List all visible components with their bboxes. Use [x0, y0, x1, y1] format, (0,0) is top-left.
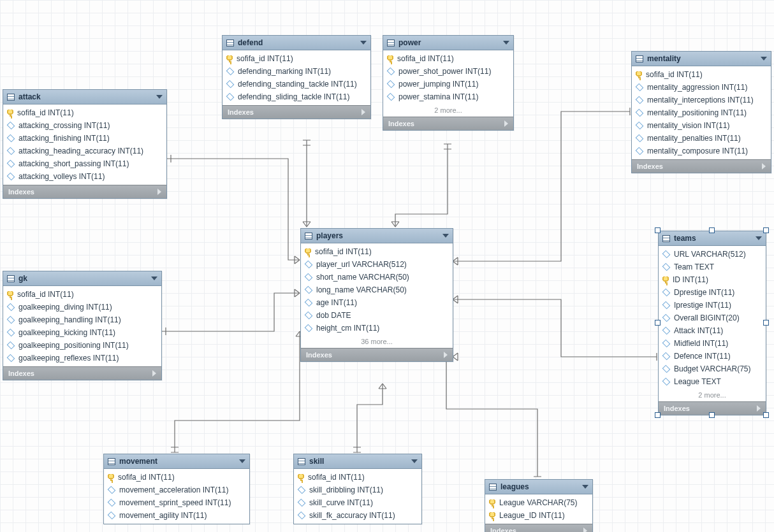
selection-handle[interactable] — [709, 412, 715, 418]
column-row[interactable]: sofifa_id INT(11) — [294, 471, 421, 484]
column-row[interactable]: mentality_vision INT(11) — [632, 119, 771, 132]
column-row[interactable]: mentality_aggression INT(11) — [632, 81, 771, 94]
entity-header[interactable]: leagues — [485, 480, 592, 494]
column-row[interactable]: defending_standing_tackle INT(11) — [223, 78, 370, 90]
column-row[interactable]: sofifa_id INT(11) — [3, 288, 161, 301]
column-row[interactable]: attacking_short_passing INT(11) — [3, 157, 166, 170]
entity-header[interactable]: teams — [659, 231, 766, 246]
er-diagram-canvas[interactable]: { "labels": { "indexes": "Indexes" }, "e… — [0, 0, 774, 532]
column-row[interactable]: skill_dribbling INT(11) — [294, 484, 421, 496]
column-row[interactable]: sofifa_id INT(11) — [104, 471, 249, 484]
collapse-caret-icon[interactable] — [442, 234, 449, 238]
expand-triangle-icon[interactable] — [757, 405, 761, 412]
selection-handle[interactable] — [763, 320, 769, 326]
column-row[interactable]: sofifa_id INT(11) — [632, 68, 771, 81]
entity-skill[interactable]: skillsofifa_id INT(11)skill_dribbling IN… — [293, 454, 422, 524]
entity-header[interactable]: mentality — [632, 52, 771, 66]
column-row[interactable]: sofifa_id INT(11) — [223, 52, 370, 65]
selection-handle[interactable] — [655, 227, 661, 233]
selection-handle[interactable] — [655, 412, 661, 418]
entity-header[interactable]: players — [301, 229, 453, 243]
entity-header[interactable]: gk — [3, 271, 161, 286]
indexes-bar[interactable]: Indexes — [223, 105, 370, 119]
expand-triangle-icon[interactable] — [157, 189, 161, 195]
collapse-caret-icon[interactable] — [582, 485, 588, 489]
column-row[interactable]: sofifa_id INT(11) — [3, 106, 166, 119]
column-row[interactable]: Dprestige INT(11) — [659, 286, 766, 299]
collapse-caret-icon[interactable] — [503, 41, 509, 45]
indexes-bar[interactable]: Indexes — [485, 524, 592, 532]
indexes-bar[interactable]: Indexes — [3, 185, 166, 198]
more-columns-label[interactable]: 36 more... — [301, 336, 453, 348]
column-row[interactable]: goalkeeping_handling INT(11) — [3, 313, 161, 326]
expand-triangle-icon[interactable] — [583, 528, 587, 532]
column-row[interactable]: sofifa_id INT(11) — [383, 52, 513, 65]
column-row[interactable]: goalkeeping_diving INT(11) — [3, 301, 161, 313]
collapse-caret-icon[interactable] — [239, 459, 245, 463]
column-row[interactable]: mentality_composure INT(11) — [632, 145, 771, 157]
column-row[interactable]: Iprestige INT(11) — [659, 299, 766, 312]
entity-gk[interactable]: gksofifa_id INT(11)goalkeeping_diving IN… — [3, 271, 162, 380]
column-row[interactable]: Defence INT(11) — [659, 350, 766, 363]
column-row[interactable]: mentality_interceptions INT(11) — [632, 94, 771, 106]
collapse-caret-icon[interactable] — [151, 277, 157, 280]
column-row[interactable]: League VARCHAR(75) — [485, 496, 592, 509]
column-row[interactable]: dob DATE — [301, 309, 453, 322]
column-row[interactable]: skill_curve INT(11) — [294, 496, 421, 509]
column-row[interactable]: URL VARCHAR(512) — [659, 248, 766, 261]
column-row[interactable]: defending_marking INT(11) — [223, 65, 370, 78]
selection-handle[interactable] — [655, 320, 661, 326]
more-columns-label[interactable]: 2 more... — [383, 105, 513, 117]
entity-header[interactable]: movement — [104, 454, 249, 469]
column-row[interactable]: short_name VARCHAR(50) — [301, 271, 453, 284]
selection-handle[interactable] — [763, 412, 769, 418]
entity-defend[interactable]: defendsofifa_id INT(11)defending_marking… — [222, 35, 371, 119]
column-row[interactable]: goalkeeping_kicking INT(11) — [3, 326, 161, 339]
column-row[interactable]: League TEXT — [659, 375, 766, 388]
column-row[interactable]: height_cm INT(11) — [301, 322, 453, 334]
collapse-caret-icon[interactable] — [761, 57, 767, 61]
column-row[interactable]: power_shot_power INT(11) — [383, 65, 513, 78]
indexes-bar[interactable]: Indexes — [3, 366, 161, 380]
collapse-caret-icon[interactable] — [756, 236, 762, 240]
column-row[interactable]: Midfield INT(11) — [659, 337, 766, 350]
column-row[interactable]: Budget VARCHAR(75) — [659, 363, 766, 375]
column-row[interactable]: Team TEXT — [659, 261, 766, 273]
column-row[interactable]: goalkeeping_reflexes INT(11) — [3, 352, 161, 364]
expand-triangle-icon[interactable] — [152, 370, 156, 377]
entity-header[interactable]: attack — [3, 90, 166, 104]
expand-triangle-icon[interactable] — [504, 120, 508, 127]
column-row[interactable]: attacking_crossing INT(11) — [3, 119, 166, 132]
column-row[interactable]: movement_sprint_speed INT(11) — [104, 496, 249, 509]
column-row[interactable]: age INT(11) — [301, 296, 453, 309]
more-columns-label[interactable]: 2 more... — [659, 390, 766, 401]
expand-triangle-icon[interactable] — [762, 163, 766, 169]
indexes-bar[interactable]: Indexes — [383, 117, 513, 130]
column-row[interactable]: player_url VARCHAR(512) — [301, 258, 453, 271]
column-row[interactable]: movement_acceleration INT(11) — [104, 484, 249, 496]
column-row[interactable]: League_ID INT(11) — [485, 509, 592, 522]
entity-leagues[interactable]: leaguesLeague VARCHAR(75)League_ID INT(1… — [485, 479, 593, 532]
expand-triangle-icon[interactable] — [361, 109, 365, 115]
entity-header[interactable]: power — [383, 36, 513, 50]
column-row[interactable]: power_jumping INT(11) — [383, 78, 513, 90]
column-row[interactable]: power_stamina INT(11) — [383, 90, 513, 103]
column-row[interactable]: mentality_positioning INT(11) — [632, 106, 771, 119]
column-row[interactable]: defending_sliding_tackle INT(11) — [223, 90, 370, 103]
column-row[interactable]: Overall BIGINT(20) — [659, 312, 766, 324]
column-row[interactable]: attacking_heading_accuracy INT(11) — [3, 145, 166, 157]
column-row[interactable]: movement_agility INT(11) — [104, 509, 249, 522]
entity-players[interactable]: playerssofifa_id INT(11)player_url VARCH… — [300, 228, 453, 362]
selection-handle[interactable] — [763, 227, 769, 233]
collapse-caret-icon[interactable] — [360, 41, 367, 45]
selection-handle[interactable] — [709, 227, 715, 233]
column-row[interactable]: ID INT(11) — [659, 273, 766, 286]
entity-attack[interactable]: attacksofifa_id INT(11)attacking_crossin… — [3, 89, 167, 199]
entity-header[interactable]: defend — [223, 36, 370, 50]
entity-movement[interactable]: movementsofifa_id INT(11)movement_accele… — [103, 454, 250, 524]
collapse-caret-icon[interactable] — [156, 95, 163, 99]
entity-power[interactable]: powersofifa_id INT(11)power_shot_power I… — [383, 35, 514, 131]
indexes-bar[interactable]: Indexes — [632, 159, 771, 173]
column-row[interactable]: mentality_penalties INT(11) — [632, 132, 771, 145]
column-row[interactable]: long_name VARCHAR(50) — [301, 284, 453, 296]
